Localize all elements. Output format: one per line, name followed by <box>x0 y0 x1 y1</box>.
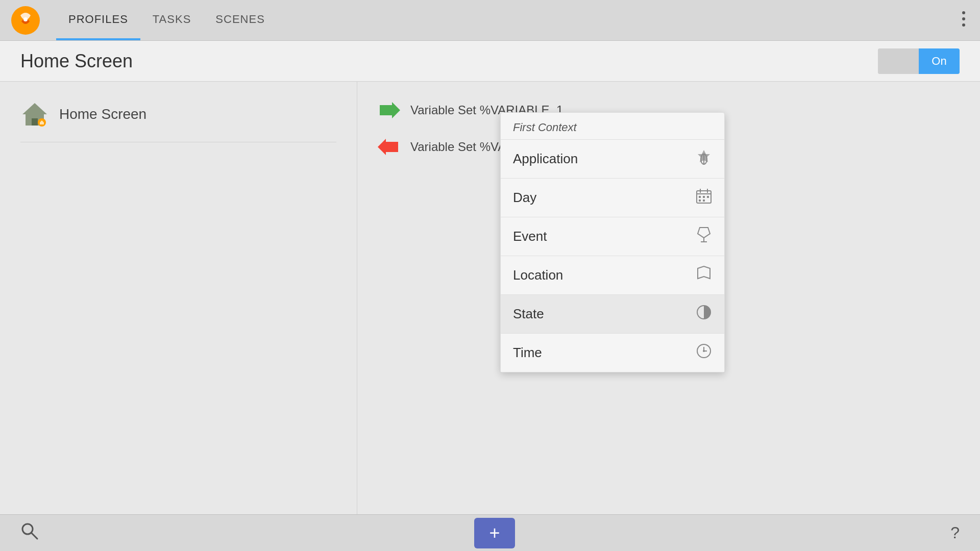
help-button[interactable]: ? <box>950 523 960 542</box>
tab-tasks[interactable]: TASKS <box>140 0 204 40</box>
toggle-on-button[interactable]: On <box>919 48 960 74</box>
dropdown-item-state[interactable]: State <box>501 295 724 334</box>
dropdown-item-event-label: Event <box>513 229 547 244</box>
dropdown-item-application-icon <box>696 149 712 169</box>
context-dropdown-menu: First Context Application Day <box>500 112 725 372</box>
action-area: Variable Set %VARIABLE, 1 Variable Set %… <box>357 82 980 514</box>
left-panel-divider <box>20 142 336 142</box>
svg-point-3 <box>962 17 965 20</box>
tab-profiles[interactable]: PROFILES <box>56 0 140 40</box>
left-panel: Home Screen <box>0 82 357 514</box>
app-logo <box>10 5 41 36</box>
dropdown-item-time[interactable]: Time <box>501 334 724 372</box>
dropdown-item-day-icon <box>696 188 712 208</box>
dropdown-item-state-label: State <box>513 306 544 322</box>
svg-point-1 <box>23 17 28 21</box>
exit-arrow-icon <box>378 136 400 158</box>
bottom-bar: + ? <box>0 514 980 551</box>
page-title: Home Screen <box>20 51 133 72</box>
svg-rect-16 <box>699 196 701 198</box>
dropdown-item-time-label: Time <box>513 345 542 361</box>
search-button[interactable] <box>20 522 39 544</box>
main-content: Home Screen Variable Set %VARIABLE, 1 Va… <box>0 82 980 514</box>
toggle-off-section <box>878 48 919 74</box>
dropdown-item-time-icon <box>696 343 712 363</box>
profile-item-homescreen[interactable]: Home Screen <box>20 92 336 137</box>
dropdown-item-location[interactable]: Location <box>501 256 724 295</box>
dropdown-item-application-label: Application <box>513 151 578 167</box>
nav-tabs: PROFILES TASKS SCENES <box>56 0 277 40</box>
svg-line-28 <box>31 533 37 539</box>
home-icon <box>20 100 49 129</box>
svg-point-26 <box>703 350 705 352</box>
page-header: Home Screen On <box>0 41 980 82</box>
toggle-container: On <box>878 48 960 74</box>
top-nav-bar: PROFILES TASKS SCENES <box>0 0 980 41</box>
svg-marker-8 <box>380 102 400 118</box>
svg-rect-6 <box>32 118 38 126</box>
tab-scenes[interactable]: SCENES <box>203 0 277 40</box>
dropdown-item-application[interactable]: Application <box>501 140 724 179</box>
dropdown-item-event[interactable]: Event <box>501 217 724 256</box>
svg-marker-9 <box>378 139 398 155</box>
svg-rect-17 <box>703 196 705 198</box>
profile-name: Home Screen <box>59 106 146 122</box>
svg-rect-19 <box>699 199 701 202</box>
top-bar-right <box>958 9 970 32</box>
dropdown-header: First Context <box>501 113 724 140</box>
dropdown-item-day[interactable]: Day <box>501 179 724 217</box>
svg-point-2 <box>962 11 965 14</box>
enter-arrow-icon <box>378 99 400 121</box>
svg-point-4 <box>962 23 965 27</box>
svg-rect-20 <box>703 199 705 202</box>
dropdown-item-state-icon <box>696 304 712 324</box>
dropdown-item-event-icon <box>696 227 712 246</box>
dropdown-item-day-label: Day <box>513 190 536 206</box>
add-context-button[interactable]: + <box>474 518 515 548</box>
dropdown-item-location-label: Location <box>513 267 563 283</box>
dropdown-item-location-icon <box>696 265 712 285</box>
svg-rect-18 <box>707 196 709 198</box>
overflow-menu-icon[interactable] <box>958 9 970 32</box>
